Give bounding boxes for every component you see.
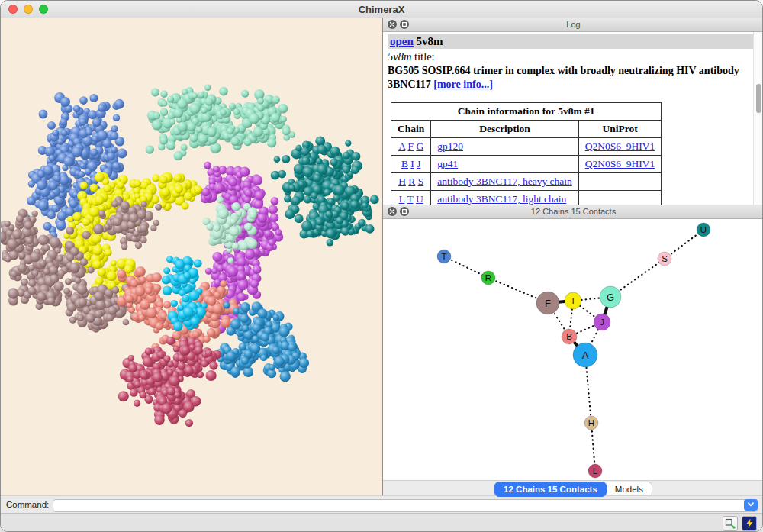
command-row: Command:: [1, 495, 763, 513]
tab-12-chains-15-contacts[interactable]: 12 Chains 15 Contacts: [494, 482, 607, 497]
contact-edge-T-R: [444, 256, 488, 278]
chain-ids-cell: L T U: [391, 191, 431, 205]
chain-node-label: S: [662, 254, 668, 263]
description-cell: gp41: [431, 156, 578, 173]
chain-link[interactable]: B: [401, 158, 408, 169]
contacts-panel-header: 12 Chains 15 Contacts: [383, 205, 763, 219]
chain-link[interactable]: F: [408, 140, 414, 152]
chain-link[interactable]: H: [398, 176, 406, 187]
chain-node-label: H: [588, 418, 594, 427]
uniprot-cell: Q2N0S6_9HIV1: [578, 138, 662, 156]
chain-node-label: G: [607, 292, 614, 303]
undock-icon[interactable]: [400, 207, 409, 216]
description-cell: antibody 3BNC117, heavy chain: [431, 173, 578, 191]
description-link[interactable]: gp41: [437, 158, 458, 169]
chain-table-header: Description: [431, 121, 578, 138]
chain-node-label: I: [571, 296, 574, 305]
undock-icon[interactable]: [400, 20, 409, 29]
chain-node-label: A: [582, 350, 589, 361]
titlebar: ChimeraX: [1, 1, 762, 18]
molecule-rendering: [1, 18, 382, 495]
contact-edge-H-L: [591, 423, 595, 471]
chimerax-window: ChimeraX Log op: [0, 0, 763, 532]
chain-table-header: Chain: [391, 121, 431, 138]
chain-link[interactable]: G: [416, 140, 423, 152]
chain-information-table: Chain information for 5v8m #1ChainDescri…: [391, 102, 662, 205]
chain-link[interactable]: S: [418, 176, 424, 187]
chain-ids-cell: A F G: [391, 138, 431, 156]
tab-models[interactable]: Models: [607, 482, 652, 497]
command-echo-line: open 5v8m: [388, 34, 759, 49]
close-window-button[interactable]: [8, 5, 18, 14]
description-cell: antibody 3BNC117, light chain: [431, 191, 578, 205]
minimize-window-button[interactable]: [24, 5, 33, 14]
chain-node-label: U: [700, 225, 707, 234]
log-scrollbar[interactable]: [753, 32, 763, 205]
chain-link[interactable]: A: [398, 140, 405, 152]
table-row: B I Jgp41Q2N0S6_9HIV1: [391, 156, 662, 173]
chain-link[interactable]: T: [407, 193, 414, 205]
contact-edge-S-U: [665, 230, 703, 259]
contacts-graph[interactable]: ABFGHIJLRSTU: [383, 219, 763, 480]
lightning-icon: [745, 518, 755, 528]
table-row: L T Uantibody 3BNC117, light chain: [391, 191, 662, 205]
description-link[interactable]: gp120: [437, 140, 463, 152]
close-icon[interactable]: [388, 20, 397, 29]
chain-node-label: L: [593, 466, 598, 476]
description-link[interactable]: antibody 3BNC117, light chain: [437, 193, 566, 205]
chain-link[interactable]: R: [408, 176, 415, 187]
fast-mode-button[interactable]: [742, 516, 757, 531]
close-icon[interactable]: [388, 207, 397, 216]
uniprot-cell: [578, 173, 662, 191]
chain-table-caption: Chain information for 5v8m #1: [391, 103, 662, 121]
chain-link[interactable]: L: [399, 193, 405, 205]
log-panel-header: Log: [383, 18, 763, 32]
table-row: H R Santibody 3BNC117, heavy chain: [391, 173, 662, 191]
chain-ids-cell: B I J: [391, 156, 431, 173]
chain-node-label: J: [600, 318, 604, 327]
chain-link[interactable]: I: [410, 158, 414, 169]
open-command-link[interactable]: open: [390, 35, 414, 47]
log-panel-title: Log: [566, 20, 580, 29]
chain-node-label: B: [566, 332, 572, 341]
uniprot-link[interactable]: Q2N0S6_9HIV1: [585, 140, 655, 152]
zoom-window-button[interactable]: [39, 5, 48, 14]
log-panel-content: open 5v8m 5v8m title: BG505 SOSIP.664 tr…: [383, 32, 763, 205]
selection-rectangle-icon: [725, 518, 736, 529]
chain-table-header: UniProt: [578, 121, 662, 138]
description-link[interactable]: antibody 3BNC117, heavy chain: [437, 176, 571, 187]
status-bar: [1, 513, 763, 532]
chain-link[interactable]: U: [416, 193, 423, 205]
chain-node-label: T: [441, 252, 446, 261]
command-label: Command:: [6, 500, 49, 509]
description-cell: gp120: [431, 138, 578, 156]
chain-node-label: F: [545, 298, 551, 309]
window-title: ChimeraX: [359, 4, 405, 15]
uniprot-cell: [578, 191, 662, 205]
contacts-panel-title: 12 Chains 15 Contacts: [531, 207, 616, 216]
chevron-down-icon: [747, 501, 755, 508]
chain-ids-cell: H R S: [391, 173, 431, 191]
command-history-dropdown-button[interactable]: [744, 499, 758, 511]
table-row: A F Ggp120Q2N0S6_9HIV1: [391, 138, 662, 156]
chain-link[interactable]: J: [417, 158, 420, 169]
command-input[interactable]: [53, 499, 758, 512]
more-info-link[interactable]: [more info...]: [433, 79, 493, 90]
graphics-viewport[interactable]: [1, 18, 382, 495]
chain-contact-network: ABFGHIJLRSTU: [383, 219, 763, 480]
structure-description: BG505 SOSIP.664 trimer in complex with b…: [388, 64, 749, 92]
structure-title-label: 5v8m title:: [388, 50, 749, 63]
traffic-lights: [8, 5, 48, 14]
uniprot-cell: Q2N0S6_9HIV1: [578, 156, 662, 173]
log-scrollbar-thumb[interactable]: [756, 84, 761, 113]
uniprot-link[interactable]: Q2N0S6_9HIV1: [585, 158, 655, 169]
right-panel-column: Log open 5v8m 5v8m title: BG505 SOSIP.66…: [382, 18, 763, 495]
chain-node-label: R: [485, 273, 491, 282]
selection-mode-button[interactable]: [723, 516, 738, 531]
echo-argument: 5v8m: [414, 35, 443, 47]
